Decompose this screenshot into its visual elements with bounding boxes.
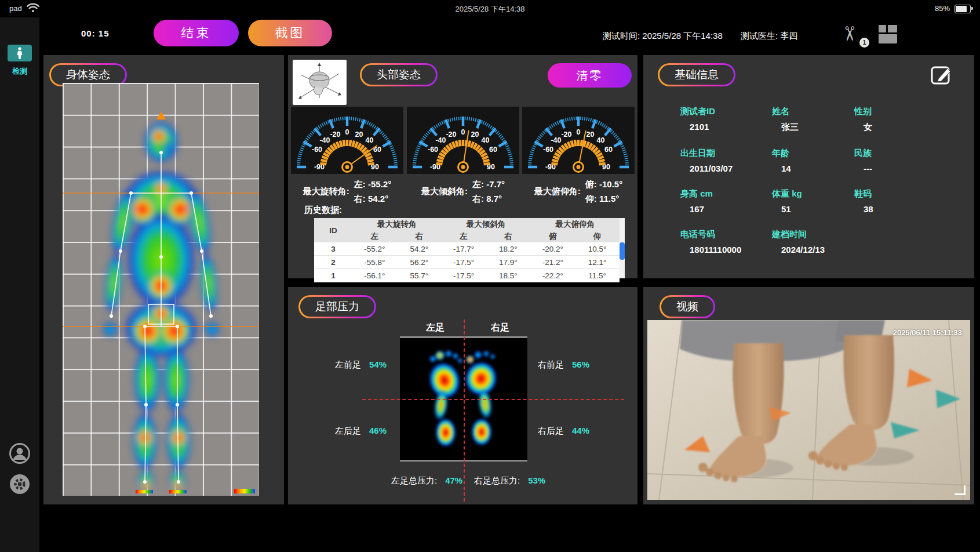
svg-text:0: 0: [345, 128, 349, 136]
basic-info-title-pill: 基础信息: [658, 63, 735, 86]
readout-key: 左:: [354, 179, 366, 189]
left-foot-header: 左足: [426, 322, 445, 334]
svg-text:-60: -60: [543, 146, 553, 154]
screenshot-button[interactable]: 截图: [248, 20, 332, 46]
basic-info-title: 基础信息: [660, 65, 734, 85]
table-header-id: ID: [314, 218, 352, 242]
rotation-gauge: -90-60-40-20020406090: [291, 107, 403, 174]
readout-name: 最大倾斜角:: [421, 186, 468, 197]
head-axes-diagram: [293, 60, 347, 105]
field-value: ---: [854, 164, 930, 173]
field-value: 女: [854, 122, 930, 133]
readout-value: -7.7°: [486, 179, 505, 189]
svg-text:-60: -60: [428, 146, 438, 154]
cell: -56.1°: [352, 269, 397, 282]
field-label: 电话号码: [680, 229, 772, 240]
quad-value: 46%: [369, 426, 387, 435]
svg-text:40: 40: [482, 136, 490, 144]
table-scrollbar: [620, 218, 625, 278]
svg-text:-60: -60: [312, 146, 322, 154]
info-field-height: 身高 cm 167: [680, 188, 772, 214]
basic-info-grid: 测试者ID 2101 姓名 张三 性别 女 出生日期 2011/03/07 年龄…: [680, 106, 953, 255]
video-frame: 2025/06/11 15:11:33: [647, 320, 970, 500]
foot-pressure-title: 足部压力: [300, 297, 374, 317]
history-data-label: 历史数据:: [304, 205, 342, 216]
edit-icon[interactable]: [930, 64, 953, 86]
table-scrollbar-thumb[interactable]: [620, 242, 625, 260]
video-timestamp: 2025/06/11 15:11:33: [893, 328, 962, 337]
field-label: 体重 kg: [772, 188, 854, 199]
right-foot-total-pressure: 右足总压力:53%: [474, 475, 545, 486]
cell-id: 3: [314, 242, 352, 256]
gear-icon[interactable]: [9, 473, 31, 495]
quad-value: 56%: [572, 359, 589, 369]
field-value: 18011110000: [680, 245, 772, 255]
right-forefoot-stat: 右前足56%: [538, 359, 589, 371]
pitch-readout: 最大俯仰角: 俯: -10.5° 仰: 11.5°: [522, 177, 635, 206]
table-row: 1 -56.1° 55.7° -17.5° 18.5° -22.2° 11.5°: [314, 269, 620, 282]
end-button[interactable]: 结束: [154, 20, 239, 46]
clip-tool-button[interactable]: ✂ 1: [841, 22, 868, 49]
crosshair-vertical: [464, 319, 465, 502]
video-title: 视频: [661, 297, 713, 317]
table-row: 2 -55.8° 56.2° -17.5° 17.9° -21.2° 12.1°: [314, 256, 620, 269]
sidebar: 检测: [0, 17, 39, 552]
body-heatmap-image: [63, 83, 259, 496]
svg-text:-40: -40: [435, 136, 446, 144]
cell: 55.7°: [397, 269, 442, 282]
test-time-label: 测试时间: 2025/5/28 下午14:38: [603, 31, 723, 42]
left-foot-total-pressure: 左足总压力:47%: [391, 475, 462, 486]
person-icon: [16, 47, 24, 60]
readout-value: -55.2°: [368, 179, 391, 189]
info-field-tester-id: 测试者ID 2101: [680, 106, 772, 133]
quad-label: 左前足: [335, 359, 361, 369]
history-table: ID 最大旋转角 最大倾斜角 最大俯仰角 左 右 左 右 俯 仰 3 -55.2…: [314, 218, 625, 278]
basic-info-panel: 基础信息 测试者ID 2101 姓名 张三 性别 女 出生日期 201: [643, 55, 974, 278]
table-row: 3 -55.2° 54.2° -17.7° 18.2° -20.2° 10.5°: [314, 242, 620, 256]
table-sub-header: 左: [442, 230, 486, 242]
sidebar-item-detect[interactable]: [8, 45, 32, 61]
field-value: 2011/03/07: [680, 164, 772, 173]
field-value: 2024/12/13: [772, 245, 854, 255]
status-bar: pad 2025/5/28 下午14:38 85%: [0, 0, 980, 17]
field-label: 出生日期: [680, 148, 772, 159]
svg-text:20: 20: [355, 130, 363, 139]
clip-count-badge: 1: [859, 38, 869, 48]
svg-text:60: 60: [604, 146, 613, 154]
quad-label: 左后足: [335, 426, 361, 435]
info-field-ethnicity: 民族 ---: [854, 148, 930, 173]
total-value: 47%: [445, 475, 462, 485]
crosshair-horizontal: [362, 399, 624, 400]
avatar-icon[interactable]: [9, 442, 31, 464]
field-label: 姓名: [772, 106, 854, 117]
field-value: 14: [772, 164, 854, 173]
cell: 11.5°: [575, 269, 620, 282]
clear-button[interactable]: 清零: [548, 63, 632, 88]
svg-text:40: 40: [366, 136, 374, 144]
readout-name: 最大旋转角:: [303, 186, 349, 197]
video-panel: 视频: [643, 287, 974, 504]
svg-text:40: 40: [597, 136, 605, 144]
readout-key: 右:: [472, 194, 484, 204]
readout-value: -10.5°: [599, 179, 622, 189]
readout-value: 11.5°: [599, 194, 619, 204]
field-label: 身高 cm: [680, 188, 772, 199]
cell: -17.5°: [442, 256, 486, 269]
total-label: 左足总压力:: [391, 475, 437, 485]
table-sub-header: 右: [397, 230, 442, 242]
field-value: 167: [680, 204, 772, 214]
table-sub-header: 右: [486, 230, 530, 242]
svg-text:-40: -40: [319, 136, 330, 144]
layout-grid-icon[interactable]: [878, 24, 898, 44]
cell: 18.5°: [486, 269, 530, 282]
left-forefoot-stat: 左前足54%: [335, 359, 387, 371]
doctor-label: 测试医生: 李四: [741, 31, 797, 42]
cell: 12.1°: [575, 256, 620, 269]
fullscreen-corner-icon[interactable]: [955, 485, 966, 495]
session-timer: 00: 15: [81, 28, 110, 38]
cell: 54.2°: [397, 242, 442, 256]
cell-id: 2: [314, 256, 352, 269]
readout-value: 54.2°: [368, 194, 388, 204]
table-group-header: 最大俯仰角: [530, 218, 620, 230]
quad-value: 54%: [369, 359, 387, 369]
